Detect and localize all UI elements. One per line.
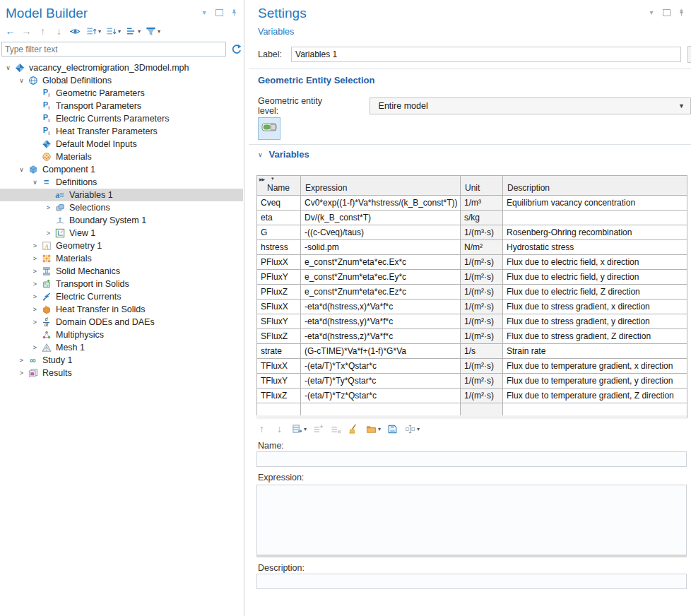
tree-item[interactable]: Materials: [0, 150, 243, 163]
cell-expression[interactable]: Dv/(k_B_const*T): [301, 211, 461, 225]
load-from-file-button[interactable]: ▾: [365, 422, 381, 436]
cell-expression[interactable]: e_const*Znum*eta*ec.Ex*c: [301, 255, 461, 270]
chevron-right-icon[interactable]: >: [30, 306, 40, 313]
move-down-button[interactable]: ↓: [53, 24, 65, 38]
cell-unit[interactable]: 1/m³: [461, 196, 503, 211]
cell-unit[interactable]: 1/(m²·s): [461, 270, 503, 285]
filter-input[interactable]: [1, 42, 226, 57]
filter-button[interactable]: ▾: [145, 24, 160, 38]
cell-unit[interactable]: 1/(m²·s): [461, 314, 503, 329]
tree-item[interactable]: >∞Study 1: [0, 354, 243, 367]
settings-subtitle[interactable]: Variables: [258, 27, 294, 37]
cell-description[interactable]: Equilibrium vacancy concentration: [503, 196, 687, 211]
tree-item[interactable]: >+Electric Currents: [0, 290, 243, 303]
tree-item[interactable]: ∨Component 1: [0, 163, 243, 176]
move-to-table-button[interactable]: ▾: [291, 422, 307, 436]
cell-unit[interactable]: s/kg: [461, 211, 503, 225]
tree-item[interactable]: PiHeat Transfer Parameters: [0, 125, 243, 138]
cell-expression[interactable]: Cv0*exp((1-f)*Va*hstress/(k_B_const*T)): [301, 196, 461, 211]
cell-expression[interactable]: -(eta/T)*Tz*Qstar*c: [301, 389, 461, 403]
cell-name[interactable]: PFluxX: [257, 255, 301, 270]
label-input[interactable]: [291, 47, 681, 62]
tree-item[interactable]: >Transport in Solids: [0, 278, 243, 290]
tree-item[interactable]: >View 1: [0, 227, 243, 239]
column-header-name[interactable]: ▶▶▾Name: [257, 176, 301, 196]
tree-item[interactable]: Multiphysics: [0, 328, 243, 341]
tree-item[interactable]: PiElectric Currents Parameters: [0, 112, 243, 125]
save-to-file-button[interactable]: [386, 422, 398, 436]
tree-item[interactable]: PiGeometric Parameters: [0, 87, 243, 100]
tree-item[interactable]: >Results: [0, 367, 243, 379]
cell-unit[interactable]: N/m²: [461, 240, 503, 255]
active-selection-toggle-button[interactable]: [258, 117, 280, 140]
column-header-unit[interactable]: Unit: [461, 176, 503, 196]
expand-tree-button[interactable]: ▾: [85, 24, 101, 38]
cell-unit[interactable]: 1/(m²·s): [461, 359, 503, 374]
edit-names-button[interactable]: ▾: [404, 422, 420, 436]
column-header-description[interactable]: Description: [503, 176, 687, 196]
cell-description[interactable]: Flux due to temperature gradient, x dire…: [503, 359, 687, 374]
cell-name[interactable]: TFluxY: [257, 374, 301, 389]
cell-name[interactable]: SFluxX: [257, 300, 301, 314]
expression-input[interactable]: [256, 485, 687, 557]
cell-description[interactable]: Flux due to temperature gradient, Z dire…: [503, 389, 687, 403]
tree-item[interactable]: ∨≡Definitions: [0, 176, 243, 189]
tree-item[interactable]: Default Model Inputs: [0, 138, 243, 150]
refresh-icon[interactable]: [231, 44, 242, 55]
tree-item[interactable]: >Heat Transfer in Solids: [0, 303, 243, 316]
tree-item[interactable]: >Materials: [0, 252, 243, 265]
tree-item[interactable]: >Solid Mechanics: [0, 265, 243, 278]
chevron-right-icon[interactable]: >: [30, 319, 40, 326]
add-row-button[interactable]: [312, 422, 324, 436]
cell-description[interactable]: Flux due to electric field, x direction: [503, 255, 687, 270]
node-text-button[interactable]: ▾: [125, 24, 141, 38]
cell-expression[interactable]: -(eta/T)*Ty*Qstar*c: [301, 374, 461, 389]
cell-description[interactable]: Flux due to electric field, Z direction: [503, 285, 687, 300]
cell-name[interactable]: SFluxY: [257, 314, 301, 329]
chevron-right-icon[interactable]: >: [30, 255, 40, 262]
panel-menu-icon[interactable]: ▾: [200, 8, 208, 17]
pin-icon[interactable]: [230, 8, 238, 17]
geometric-entity-selection-heading[interactable]: Geometric Entity Selection: [258, 75, 374, 85]
cell-expression[interactable]: -(eta/T)*Tx*Qstar*c: [301, 359, 461, 374]
cell-expression[interactable]: e_const*Znum*eta*ec.Ey*c: [301, 270, 461, 285]
move-up-button[interactable]: ↑: [256, 422, 268, 436]
cell-description[interactable]: Strain rate: [503, 344, 687, 359]
cell-name[interactable]: G: [257, 225, 301, 240]
cell-description[interactable]: Flux due to temperature gradient, y dire…: [503, 374, 687, 389]
cell-unit[interactable]: 1/(m³·s): [461, 225, 503, 240]
variables-section-header[interactable]: ∨ Variables: [258, 149, 309, 160]
cell-name[interactable]: TFluxX: [257, 359, 301, 374]
tree-item[interactable]: PiTransport Parameters: [0, 100, 243, 112]
cell-expression[interactable]: -solid.pm: [301, 240, 461, 255]
chevron-right-icon[interactable]: >: [43, 230, 54, 237]
tree-item[interactable]: ∨vacancy_electromigration_3Dmodel.mph: [0, 61, 243, 74]
cell-description[interactable]: Flux due to stress gradient, Z direction: [503, 329, 687, 344]
cell-unit[interactable]: 1/(m²·s): [461, 285, 503, 300]
chevron-right-icon[interactable]: >: [30, 344, 40, 351]
cell-description[interactable]: Rosenberg-Ohring recombination: [503, 225, 687, 240]
cell-description[interactable]: Flux due to stress gradient, y direction: [503, 314, 687, 329]
forward-button[interactable]: →: [20, 24, 33, 38]
cell-unit[interactable]: 1/(m²·s): [461, 389, 503, 403]
cell-name[interactable]: strate: [257, 344, 301, 359]
move-up-button[interactable]: ↑: [37, 24, 49, 38]
delete-row-button[interactable]: [330, 422, 342, 436]
cell-name[interactable]: SFluxZ: [257, 329, 301, 344]
show-button[interactable]: [69, 24, 81, 38]
cell-name[interactable]: hstress: [257, 240, 301, 255]
cell-name[interactable]: PFluxY: [257, 270, 301, 285]
chevron-right-icon[interactable]: >: [30, 280, 40, 288]
cell-expression[interactable]: -eta*d(hstress,z)*Va*f*c: [301, 329, 461, 344]
geometric-entity-level-select[interactable]: Entire model ▼: [370, 97, 691, 114]
chevron-right-icon[interactable]: >: [30, 293, 40, 300]
cell-name[interactable]: Cveq: [257, 196, 301, 211]
cell-description[interactable]: Hydrostatic stress: [503, 240, 687, 255]
cell-unit[interactable]: 1/(m²·s): [461, 300, 503, 314]
cell-expression[interactable]: e_const*Znum*eta*ec.Ez*c: [301, 285, 461, 300]
chevron-right-icon[interactable]: >: [43, 204, 54, 211]
horizontal-scrollbar[interactable]: [256, 415, 687, 419]
cell-unit[interactable]: 1/s: [461, 344, 503, 359]
chevron-right-icon[interactable]: >: [16, 369, 27, 377]
move-down-button[interactable]: ↓: [273, 422, 285, 436]
